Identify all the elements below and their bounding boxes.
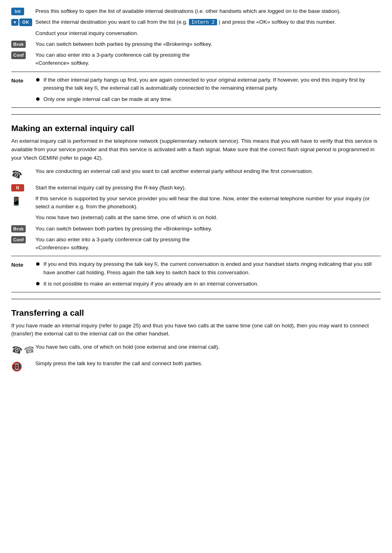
- r-text: Start the external inquiry call by press…: [35, 184, 381, 192]
- instr-row-r: R Start the external inquiry call by pre…: [11, 184, 381, 192]
- note2-bullet1-text: If you end this inquiry by pressing the …: [43, 260, 381, 277]
- bullet-dot-3: ●: [35, 259, 40, 267]
- note1-label: Note: [11, 76, 35, 85]
- note2-bullet1: ● If you end this inquiry by pressing th…: [35, 260, 381, 277]
- conf2-text: You can also enter into a 3-party confer…: [35, 236, 381, 252]
- twophones-text: You have two calls, one of which on hold…: [35, 343, 381, 351]
- dialpad-icon-cell: 📱: [11, 195, 35, 207]
- dialpad-text: If this service is supported by your ser…: [35, 195, 381, 211]
- section2-intro: An external inquiry call is performed in…: [11, 137, 381, 162]
- downok-icon-cell: ▼ OK: [11, 18, 35, 26]
- phonedown-icon-cell: 📵: [11, 360, 35, 373]
- conduct-icon-cell: [11, 29, 35, 30]
- r-icon-cell: R: [11, 184, 35, 192]
- note2: Note ● If you end this inquiry by pressi…: [11, 256, 381, 292]
- instr-row-brok2: Brok You can switch between both parties…: [11, 225, 381, 233]
- phone1-icon-cell: ☎: [11, 167, 35, 181]
- note1-bullet2: ● Only one single internal call can be m…: [35, 95, 381, 103]
- brok1-badge: Brok: [11, 41, 26, 48]
- instr-row-conf1: Conf You can also enter into a 3-party c…: [11, 51, 381, 68]
- section2-heading: Making an external inquiry call: [11, 122, 381, 135]
- section3-heading: Transferring a call: [11, 306, 381, 319]
- r-badge: R: [11, 184, 24, 192]
- note1: Note ● If the other internal party hangs…: [11, 72, 381, 108]
- conf2-icon-cell: Conf: [11, 236, 35, 244]
- bullet-dot-4: ●: [35, 279, 40, 287]
- downok-text-before: Select the internal destination you want…: [35, 19, 189, 25]
- conf1-icon-cell: Conf: [11, 51, 35, 59]
- conf1-badge: Conf: [11, 51, 26, 59]
- int-icon-cell: Int: [11, 7, 35, 15]
- section3-intro: If you have made an internal inquiry (re…: [11, 322, 381, 339]
- note1-bullet1-text: If the other internal party hangs up fir…: [43, 76, 381, 93]
- phone-right-icon: ☎: [23, 343, 35, 358]
- section3-rule-top: [11, 299, 381, 299]
- section2-rule-top: [11, 114, 381, 115]
- intern2-code: Intern 2: [189, 19, 217, 25]
- instr-row-onhold: You now have two (external) calls at the…: [11, 214, 381, 222]
- instr-row-downok: ▼ OK Select the internal destination you…: [11, 18, 381, 26]
- dialpad-icon: 📱: [11, 195, 21, 207]
- downok-text: Select the internal destination you want…: [35, 18, 381, 26]
- downok-text-after: ) and press the «OK» softkey to dial thi…: [217, 19, 336, 25]
- instr-row-conduct: Conduct your internal inquiry conversati…: [11, 29, 381, 37]
- instr-row-dialpad: 📱 If this service is supported by your s…: [11, 195, 381, 211]
- note2-bullet2: ● It is not possible to make an external…: [35, 280, 381, 288]
- instr-row-phonedown: 📵 Simply press the talk key to transfer …: [11, 360, 381, 373]
- conf1-text: You can also enter into a 3-party confer…: [35, 51, 381, 68]
- conduct-text: Conduct your internal inquiry conversati…: [35, 29, 381, 37]
- note2-label: Note: [11, 260, 35, 269]
- int-text: Press this softkey to open the list of a…: [35, 7, 381, 15]
- two-phones-icon: ☎ ☎: [11, 343, 35, 357]
- down-arrow-badge: ▼: [11, 19, 18, 26]
- phone-down-icon: 📵: [11, 360, 22, 373]
- instr-row-int: Int Press this softkey to open the list …: [11, 7, 381, 15]
- down-ok-wrap: ▼ OK: [11, 19, 32, 26]
- phonedown-text: Simply press the talk key to transfer th…: [35, 360, 381, 368]
- note1-bullet2-text: Only one single internal call can be mad…: [43, 95, 172, 103]
- instr-row-twophones: ☎ ☎ You have two calls, one of which on …: [11, 343, 381, 357]
- instr-row-phone1: ☎ You are conducting an external call an…: [11, 167, 381, 181]
- brok2-icon-cell: Brok: [11, 225, 35, 233]
- phone-left-icon: ☎: [10, 342, 24, 358]
- brok1-text: You can switch between both parties by p…: [35, 40, 381, 48]
- phone1-text: You are conducting an external call and …: [35, 167, 381, 175]
- section1-rows: Int Press this softkey to open the list …: [11, 7, 381, 68]
- note2-bullets: ● If you end this inquiry by pressing th…: [35, 260, 381, 288]
- brok1-icon-cell: Brok: [11, 40, 35, 48]
- onhold-text: You now have two (external) calls at the…: [35, 214, 381, 222]
- note1-bullets: ● If the other internal party hangs up f…: [35, 76, 381, 104]
- instr-row-conf2: Conf You can also enter into a 3-party c…: [11, 236, 381, 252]
- instr-row-brok1: Brok You can switch between both parties…: [11, 40, 381, 48]
- phone-handset-icon: ☎: [9, 166, 24, 182]
- conf2-badge: Conf: [11, 236, 26, 244]
- section2-rows: ☎ You are conducting an external call an…: [11, 167, 381, 252]
- bullet-dot-2: ●: [35, 95, 40, 103]
- int-badge: Int: [11, 8, 24, 15]
- brok2-text: You can switch between both parties by p…: [35, 225, 381, 233]
- brok2-badge: Brok: [11, 225, 26, 233]
- section3-rows: ☎ ☎ You have two calls, one of which on …: [11, 343, 381, 373]
- bullet-dot-1: ●: [35, 75, 40, 83]
- twophones-icon-cell: ☎ ☎: [11, 343, 35, 357]
- note1-bullet1: ● If the other internal party hangs up f…: [35, 76, 381, 93]
- onhold-icon-cell: [11, 214, 35, 214]
- note2-bullet2-text: It is not possible to make an external i…: [43, 280, 259, 288]
- ok-badge: OK: [19, 19, 32, 26]
